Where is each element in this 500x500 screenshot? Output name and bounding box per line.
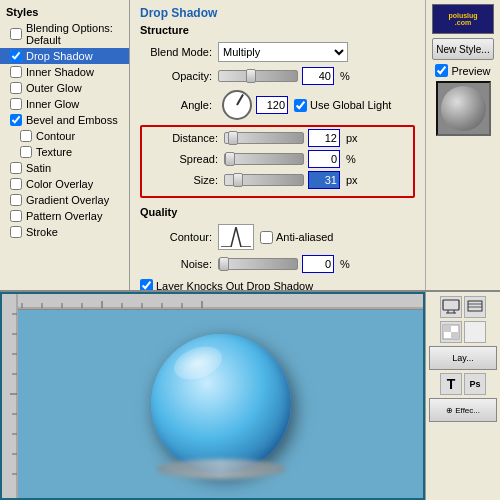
outer-glow-checkbox[interactable] [10,82,22,94]
opacity-input[interactable] [302,67,334,85]
bevel-emboss-checkbox[interactable] [10,114,22,126]
panel-title: Drop Shadow [140,6,415,20]
sidebar-item-contour[interactable]: Contour [0,128,129,144]
gradient-overlay-checkbox[interactable] [10,194,22,206]
preview-label-text: Preview [451,65,490,77]
contour-row: Contour: Anti-aliased [140,224,415,250]
sidebar-item-color-overlay[interactable]: Color Overlay [0,176,129,192]
noise-label: Noise: [140,258,212,270]
opacity-label: Opacity: [140,70,212,82]
transparency-svg [442,324,460,340]
opacity-row: Opacity: % [140,67,415,85]
anti-aliased-text: Anti-aliased [276,231,333,243]
stroke-checkbox[interactable] [10,226,22,238]
use-global-light-checkbox[interactable] [294,99,307,112]
structure-label: Structure [140,24,415,36]
sphere-highlight [169,340,226,385]
bevel-emboss-label: Bevel and Emboss [26,114,118,126]
anti-aliased-checkbox[interactable] [260,231,273,244]
sidebar-item-inner-glow[interactable]: Inner Glow [0,96,129,112]
blending-options-checkbox[interactable] [10,28,22,40]
contour-checkbox[interactable] [20,130,32,142]
tools-row-3: Lay... [428,346,498,370]
spread-row: Spread: % [146,150,409,168]
sidebar-item-pattern-overlay[interactable]: Pattern Overlay [0,208,129,224]
preview-sphere [441,86,486,131]
blending-options-label: Blending Options: Default [26,22,123,46]
pattern-overlay-checkbox[interactable] [10,210,22,222]
blend-mode-row: Blend Mode: Multiply Normal Screen [140,42,415,62]
monitor-svg [442,299,460,315]
tools-row-4: T Ps [428,373,498,395]
drop-shadow-label: Drop Shadow [26,50,93,62]
layers-btn[interactable]: Lay... [429,346,497,370]
sidebar-item-outer-glow[interactable]: Outer Glow [0,80,129,96]
size-unit: px [346,174,358,186]
quality-label: Quality [140,206,415,218]
color-overlay-checkbox[interactable] [10,178,22,190]
ruler-top [2,294,423,310]
layers-svg [466,299,484,315]
blend-mode-select[interactable]: Multiply Normal Screen [218,42,348,62]
distance-red-box: Distance: px Spread: % Size: [140,125,415,198]
svg-rect-32 [451,332,459,339]
opacity-slider[interactable] [218,70,298,82]
tools-row-2 [428,321,498,343]
sidebar-item-gradient-overlay[interactable]: Gradient Overlay [0,192,129,208]
spread-slider[interactable] [224,153,304,165]
spread-input[interactable] [308,150,340,168]
sidebar-item-drop-shadow[interactable]: Drop Shadow [0,48,129,64]
size-slider[interactable] [224,174,304,186]
use-global-light-text: Use Global Light [310,99,391,111]
main-panel: Drop Shadow Structure Blend Mode: Multip… [130,0,425,290]
effects-btn[interactable]: ⊕ Effec... [429,398,497,422]
sidebar-item-inner-shadow[interactable]: Inner Shadow [0,64,129,80]
new-style-button[interactable]: New Style... [432,38,494,60]
canvas-area[interactable] [0,292,425,500]
spread-slider-container: % [224,150,356,168]
svg-rect-31 [443,325,451,332]
texture-checkbox[interactable] [20,146,32,158]
sidebar-item-blending-options[interactable]: Blending Options: Default [0,20,129,48]
quality-section: Quality Contour: Anti-aliased Noise: [140,206,415,292]
noise-slider[interactable] [218,258,298,270]
angle-input[interactable] [256,96,288,114]
tools-row-1 [428,296,498,318]
inner-glow-checkbox[interactable] [10,98,22,110]
layers-icon[interactable] [464,296,486,318]
sidebar-title: Styles [0,4,129,20]
ruler-top-svg [2,293,423,309]
right-panel: poluslug.com New Style... Preview [425,0,500,290]
contour-preview[interactable] [218,224,254,250]
svg-rect-12 [2,294,18,500]
drop-shadow-checkbox[interactable] [10,50,22,62]
distance-label: Distance: [146,132,218,144]
transparency-icon[interactable] [440,321,462,343]
ps-icon[interactable]: Ps [464,373,486,395]
inner-shadow-checkbox[interactable] [10,66,22,78]
text-icon[interactable]: T [440,373,462,395]
distance-slider[interactable] [224,132,304,144]
preview-checkbox[interactable] [435,64,448,77]
color-overlay-label: Color Overlay [26,178,93,190]
noise-input[interactable] [302,255,334,273]
satin-checkbox[interactable] [10,162,22,174]
sphere [151,334,291,474]
sidebar-item-stroke[interactable]: Stroke [0,224,129,240]
gradient-overlay-label: Gradient Overlay [26,194,109,206]
monitor-icon[interactable] [440,296,462,318]
size-input[interactable] [308,171,340,189]
spread-unit: % [346,153,356,165]
distance-input[interactable] [308,129,340,147]
logo-text: poluslug.com [448,12,477,26]
empty-icon[interactable] [464,321,486,343]
angle-dial[interactable] [222,90,252,120]
logo-box: poluslug.com [432,4,494,34]
sidebar-item-bevel-emboss[interactable]: Bevel and Emboss [0,112,129,128]
bottom-section: Lay... T Ps ⊕ Effec... [0,290,500,500]
sidebar-item-texture[interactable]: Texture [0,144,129,160]
contour-label: Contour: [140,231,212,243]
opacity-unit: % [340,70,350,82]
sidebar-item-satin[interactable]: Satin [0,160,129,176]
distance-unit: px [346,132,358,144]
